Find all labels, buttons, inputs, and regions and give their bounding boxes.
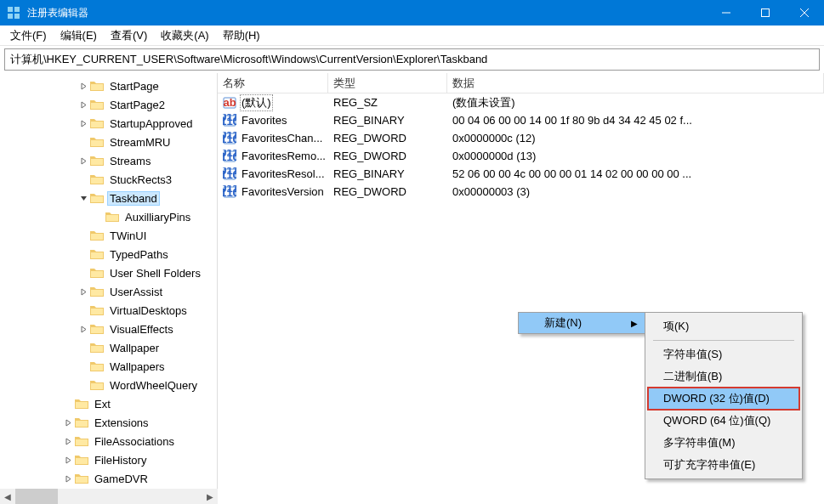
chevron-right-icon[interactable] <box>61 416 75 429</box>
menu-help[interactable]: 帮助(H) <box>216 26 267 45</box>
context-item-label: 新建(N) <box>544 315 582 331</box>
tree-item-label: TypedPaths <box>107 247 171 262</box>
folder-icon <box>90 99 104 110</box>
submenu-binary[interactable]: 二进制值(B) <box>648 365 799 388</box>
tree-item[interactable]: VirtualDesktops <box>0 301 217 320</box>
value-type: REG_BINARY <box>328 114 447 127</box>
tree-item[interactable]: StartPage2 <box>0 95 217 114</box>
tree-item[interactable]: FileHistory <box>0 450 217 469</box>
tree-item[interactable]: Streams <box>0 151 217 170</box>
scroll-right-button[interactable]: ▶ <box>202 489 218 504</box>
submenu-qword[interactable]: QWORD (64 位)值(Q) <box>648 410 799 432</box>
value-name: FavoritesRemo... <box>240 149 327 163</box>
tree-item-label: StartPage2 <box>107 98 168 112</box>
tree-item[interactable]: Ext <box>0 394 217 413</box>
address-bar[interactable]: 计算机\HKEY_CURRENT_USER\Software\Microsoft… <box>4 48 820 71</box>
submenu-expand[interactable]: 可扩充字符串值(E) <box>648 454 799 476</box>
tree-item[interactable]: Taskband <box>0 189 217 207</box>
folder-icon <box>90 267 104 279</box>
tree-item-label: Wallpapers <box>107 360 168 374</box>
scroll-left-button[interactable]: ◀ <box>0 489 15 504</box>
value-row[interactable]: ab(默认)REG_SZ(数值未设置) <box>218 93 824 111</box>
chevron-right-icon[interactable] <box>77 285 90 298</box>
chevron-right-icon[interactable] <box>77 154 90 167</box>
tree-scrollbar[interactable]: ◀ ▶ <box>0 489 218 504</box>
expander-empty <box>77 303 90 317</box>
submenu-dword[interactable]: DWORD (32 位)值(D) <box>648 388 799 410</box>
svg-rect-0 <box>8 7 13 12</box>
submenu-label: DWORD (32 位)值(D) <box>663 391 770 406</box>
tree-item-label: StuckRects3 <box>107 173 174 187</box>
scroll-thumb[interactable] <box>15 489 58 504</box>
tree-item-label: TWinUI <box>107 229 149 243</box>
menu-edit[interactable]: 编辑(E) <box>54 26 104 45</box>
chevron-right-icon[interactable] <box>77 79 90 93</box>
chevron-right-icon[interactable] <box>77 98 90 111</box>
tree-item[interactable]: StartupApproved <box>0 114 217 133</box>
value-row[interactable]: 011110FavoritesRemo...REG_DWORD0x0000000… <box>218 147 824 165</box>
tree-item-label: AuxilliaryPins <box>122 210 193 224</box>
maximize-button[interactable] <box>746 0 785 25</box>
tree-item[interactable]: TypedPaths <box>0 245 217 263</box>
tree-item[interactable]: StuckRects3 <box>0 170 217 189</box>
menu-file[interactable]: 文件(F) <box>3 26 54 45</box>
chevron-right-icon[interactable] <box>61 453 75 467</box>
svg-rect-2 <box>8 14 13 19</box>
chevron-right-icon[interactable] <box>77 322 90 336</box>
tree-item[interactable]: GameDVR <box>0 469 217 488</box>
value-data: 00 04 06 00 00 14 00 1f 80 9b d4 34 42 4… <box>447 114 824 127</box>
folder-icon <box>90 286 104 297</box>
submenu-key[interactable]: 项(K) <box>648 315 799 337</box>
value-row[interactable]: 011110FavoritesResol...REG_BINARY52 06 0… <box>218 165 824 183</box>
chevron-right-icon[interactable] <box>77 116 90 130</box>
submenu-string[interactable]: 字符串值(S) <box>648 343 799 365</box>
minimize-button[interactable] <box>707 0 746 25</box>
value-row[interactable]: 011110FavoritesREG_BINARY00 04 06 00 00 … <box>218 111 824 129</box>
column-name[interactable]: 名称 <box>218 73 328 93</box>
submenu-arrow-icon: ▶ <box>631 319 638 328</box>
tree-item[interactable]: Wallpapers <box>0 357 217 376</box>
chevron-right-icon[interactable] <box>61 472 75 485</box>
binary-value-icon: 011110 <box>223 114 236 127</box>
tree-panel[interactable]: StartPageStartPage2StartupApprovedStream… <box>0 73 218 489</box>
value-data: 0x00000003 (3) <box>447 185 824 198</box>
folder-icon <box>90 80 104 92</box>
value-type: REG_DWORD <box>328 132 447 144</box>
value-row[interactable]: 011110FavoritesVersionREG_DWORD0x0000000… <box>218 183 824 201</box>
scroll-track[interactable] <box>15 489 202 504</box>
tree-item[interactable]: Extensions <box>0 413 217 432</box>
tree-item[interactable]: Wallpaper <box>0 338 217 357</box>
menubar: 文件(F) 编辑(E) 查看(V) 收藏夹(A) 帮助(H) <box>0 25 824 46</box>
tree-item[interactable]: UserAssist <box>0 282 217 301</box>
svg-rect-1 <box>14 7 20 12</box>
tree-item[interactable]: WordWheelQuery <box>0 376 217 394</box>
close-button[interactable] <box>785 0 824 25</box>
folder-icon <box>105 211 119 223</box>
expander-empty <box>77 378 90 392</box>
submenu-multi[interactable]: 多字符串值(M) <box>648 432 799 454</box>
submenu-label: 多字符串值(M) <box>663 435 736 450</box>
expander-empty <box>77 173 90 186</box>
value-name: FavoritesResol... <box>240 167 327 181</box>
chevron-down-icon[interactable] <box>77 191 90 205</box>
context-item-new[interactable]: 新建(N) ▶ <box>519 313 645 333</box>
tree-item[interactable]: User Shell Folders <box>0 263 217 282</box>
tree-item[interactable]: TWinUI <box>0 226 217 245</box>
menu-favorites[interactable]: 收藏夹(A) <box>154 26 215 45</box>
tree-item[interactable]: FileAssociations <box>0 432 217 450</box>
column-data[interactable]: 数据 <box>447 73 824 93</box>
tree-item-label: Wallpaper <box>107 341 162 355</box>
tree-item-label: StartPage <box>107 79 162 93</box>
tree-item[interactable]: AuxilliaryPins <box>0 207 217 226</box>
column-type[interactable]: 类型 <box>328 73 447 93</box>
tree-item[interactable]: VisualEffects <box>0 320 217 338</box>
expander-empty <box>77 266 90 280</box>
tree-item[interactable]: StreamMRU <box>0 133 217 151</box>
list-panel[interactable]: 名称 类型 数据 ab(默认)REG_SZ(数值未设置)011110Favori… <box>218 73 824 489</box>
value-row[interactable]: 011110FavoritesChan...REG_DWORD0x0000000… <box>218 129 824 147</box>
menu-view[interactable]: 查看(V) <box>104 26 154 45</box>
tree-item[interactable]: StartPage <box>0 76 217 95</box>
value-type: REG_BINARY <box>328 167 447 180</box>
chevron-right-icon[interactable] <box>61 434 75 448</box>
app-icon <box>7 6 20 20</box>
